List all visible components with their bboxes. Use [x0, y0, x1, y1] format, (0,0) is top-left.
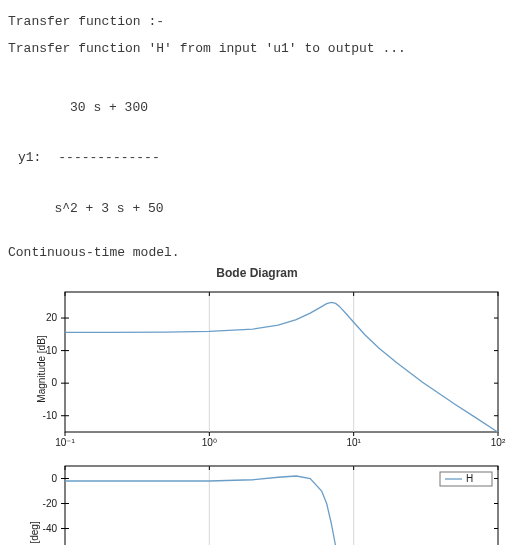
svg-text:10⁻¹: 10⁻¹	[55, 437, 75, 448]
svg-text:0: 0	[51, 377, 57, 388]
tf-denominator: s^2 + 3 s + 50	[54, 201, 164, 218]
tf-divider: -------------	[54, 150, 164, 167]
magnitude-plot: Magnitude [dB] 10⁻¹10⁰10¹10²-1001020	[10, 284, 506, 454]
svg-rect-31	[65, 466, 498, 545]
svg-text:-20: -20	[43, 497, 58, 508]
svg-text:-10: -10	[43, 410, 58, 421]
svg-text:10⁰: 10⁰	[202, 437, 217, 448]
magnitude-ylabel: Magnitude [dB]	[36, 335, 47, 402]
chart-title: Bode Diagram	[8, 266, 506, 280]
svg-text:10: 10	[46, 345, 58, 356]
phase-ylabel: Phase [deg]	[29, 521, 40, 545]
svg-text:0: 0	[51, 472, 57, 483]
heading: Transfer function :-	[8, 14, 506, 29]
tf-numerator: 30 s + 300	[54, 100, 164, 117]
svg-text:10²: 10²	[491, 437, 506, 448]
svg-rect-0	[65, 292, 498, 432]
ct-model-label: Continuous-time model.	[8, 245, 506, 260]
svg-text:H: H	[466, 473, 473, 484]
tf-expression: 30 s + 300 y1: ------------- s^2 + 3 s +…	[18, 66, 506, 235]
tf-description: Transfer function 'H' from input 'u1' to…	[8, 41, 506, 56]
tf-output-label: y1:	[18, 150, 54, 167]
svg-text:10¹: 10¹	[346, 437, 361, 448]
phase-plot: Phase [deg] 10⁻¹10⁰10¹10²-100-80-60-40-2…	[10, 458, 506, 545]
svg-text:20: 20	[46, 312, 58, 323]
svg-text:-40: -40	[43, 522, 58, 533]
